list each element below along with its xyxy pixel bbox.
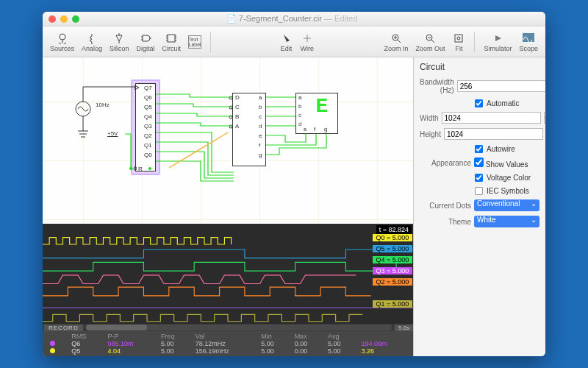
zoom-in-button[interactable]: Zoom In [381, 32, 411, 52]
main-area: 10Hz +5V Q7Q6Q5Q4Q3Q2Q1Q0 R DCBA abcdefg… [43, 57, 545, 356]
width-field[interactable] [442, 112, 541, 124]
theme-label: Theme [420, 218, 471, 226]
simulator-icon [491, 32, 504, 45]
zoom-in-icon [390, 32, 403, 45]
counter-pin-label: Q7 [144, 85, 152, 91]
zoom-out-icon [423, 32, 437, 45]
automatic-checkbox[interactable] [475, 99, 483, 107]
zoom-fit-icon [452, 32, 465, 45]
svg-point-9 [229, 96, 232, 99]
reset-pin-label: R [138, 166, 143, 172]
scope-traces [43, 234, 413, 324]
appearance-label: Appearance [420, 159, 471, 167]
show-values-checkbox[interactable] [474, 158, 484, 167]
edited-indicator: — Edited [324, 14, 357, 23]
svg-point-11 [229, 116, 232, 118]
iec-symbols-label: IEC Symbols [487, 187, 529, 195]
canvas-column: 10Hz +5V Q7Q6Q5Q4Q3Q2Q1Q0 R DCBA abcdefg… [43, 57, 413, 356]
scope-button[interactable]: Scope [516, 32, 541, 52]
display-pin-label: b [298, 103, 301, 110]
scope-readout-row[interactable]: Q6985.10m5.0078.12mHz5.000.005.00194.09m [46, 340, 410, 347]
autowire-checkbox[interactable] [475, 145, 483, 153]
source-freq-label: 10Hz [96, 102, 110, 108]
titlebar: 📄 7-Segment_Counter.cir — Edited [43, 12, 545, 26]
scope-readout-table: RMSP-PFreqValMinMaxAvgQ6985.10m5.0078.12… [43, 331, 413, 356]
digital-button[interactable]: Digital [134, 32, 158, 52]
text-label-button[interactable]: Text Label [185, 32, 204, 52]
width-label: Width [420, 114, 439, 122]
edit-button[interactable]: Edit [277, 32, 296, 52]
display-chip[interactable]: E [295, 93, 338, 134]
signal-label[interactable]: Q0 = 5.000 [373, 234, 412, 241]
text-label-icon: Text Label [188, 35, 201, 49]
decoder-out-label: g [259, 152, 262, 158]
counter-pin-label: Q0 [144, 152, 152, 158]
source-symbol[interactable] [72, 98, 94, 149]
simulator-button[interactable]: Simulator [481, 32, 514, 52]
signal-label[interactable]: Q3 = 5.000 [373, 267, 412, 275]
scope-plot[interactable]: Q0 = 5.000Q5 = 5.000Q4 = 5.000Q3 = 5.000… [43, 234, 413, 324]
scope-scrollbar[interactable] [86, 325, 392, 330]
toolbar: Sources Analog Silicon Digital Circuit T… [43, 26, 545, 57]
silicon-button[interactable]: Silicon [107, 32, 132, 52]
scope-readout-row[interactable]: Q54.045.00156.19mHz5.000.005.003.26 [46, 347, 410, 355]
svg-point-8 [134, 167, 137, 170]
theme-select[interactable]: White ⌄ [474, 216, 539, 227]
iec-symbols-checkbox[interactable] [475, 187, 483, 195]
window-title: 📄 7-Segment_Counter.cir — Edited [79, 14, 504, 24]
height-field[interactable] [444, 128, 543, 140]
svg-point-0 [60, 34, 65, 40]
signal-label[interactable]: Q4 = 5.000 [373, 256, 412, 263]
decoder-out-label: a [259, 94, 262, 101]
silicon-icon [112, 32, 126, 45]
signal-label[interactable]: Q5 = 5.000 [373, 245, 412, 252]
doc-icon: 📄 [226, 14, 237, 23]
autowire-label: Autowire [487, 145, 515, 153]
digital-icon [139, 32, 152, 45]
counter-pin-label: Q5 [144, 104, 152, 110]
file-name: 7-Segment_Counter.cir [239, 14, 322, 23]
zoom-out-button[interactable]: Zoom Out [412, 32, 448, 52]
height-label: Height [420, 130, 441, 138]
decoder-in-label: A [235, 123, 239, 130]
scope-icon [522, 32, 535, 45]
reset-bubble [134, 166, 137, 171]
current-dots-select[interactable]: Conventional ⌄ [474, 199, 539, 211]
sources-button[interactable]: Sources [47, 32, 77, 52]
toolbar-separator [474, 32, 475, 52]
analog-icon [85, 32, 98, 45]
decoder-in-label: D [235, 94, 240, 101]
zoom-fit-button[interactable]: Fit [449, 32, 468, 52]
scope-controls: RECORD 5.0s [43, 324, 413, 331]
decoder-in-label: B [235, 113, 239, 120]
bandwidth-field[interactable] [457, 80, 545, 92]
counter-pin-label: Q2 [144, 132, 152, 139]
grid [43, 57, 413, 224]
zoom-light[interactable] [72, 15, 79, 23]
edit-icon [280, 32, 293, 45]
traffic-lights [49, 15, 79, 23]
app-window: 📄 7-Segment_Counter.cir — Edited Sources… [43, 12, 545, 356]
svg-rect-4 [455, 35, 462, 42]
minimize-light[interactable] [60, 15, 68, 23]
counter-pin-label: Q3 [144, 123, 152, 130]
circuit-button[interactable]: Circuit [159, 32, 184, 52]
width-stepper[interactable]: ▲▼ [544, 112, 545, 124]
analog-button[interactable]: Analog [79, 32, 105, 52]
show-values-label: Show Values [486, 160, 528, 169]
wire-button[interactable]: Wire [298, 32, 318, 52]
signal-label[interactable]: Q1 = 5.000 [373, 300, 412, 308]
scope-panel: t = 82.824 [43, 224, 413, 356]
schematic-canvas[interactable]: 10Hz +5V Q7Q6Q5Q4Q3Q2Q1Q0 R DCBA abcdefg… [43, 57, 413, 224]
svg-point-12 [229, 125, 232, 128]
signal-label[interactable]: Q2 = 5.000 [373, 278, 412, 286]
display-pin-label: e [304, 126, 306, 132]
counter-pin-label: Q6 [144, 94, 152, 101]
close-light[interactable] [49, 15, 56, 23]
decoder-out-label: f [259, 142, 260, 149]
sources-icon [56, 32, 69, 45]
display-pin-label: d [298, 121, 301, 127]
counter-pin-label: Q1 [144, 142, 152, 149]
inspector-panel: Circuit Bandwidth (Hz) Automatic Width ▲… [413, 57, 545, 356]
voltage-color-checkbox[interactable] [475, 174, 483, 182]
